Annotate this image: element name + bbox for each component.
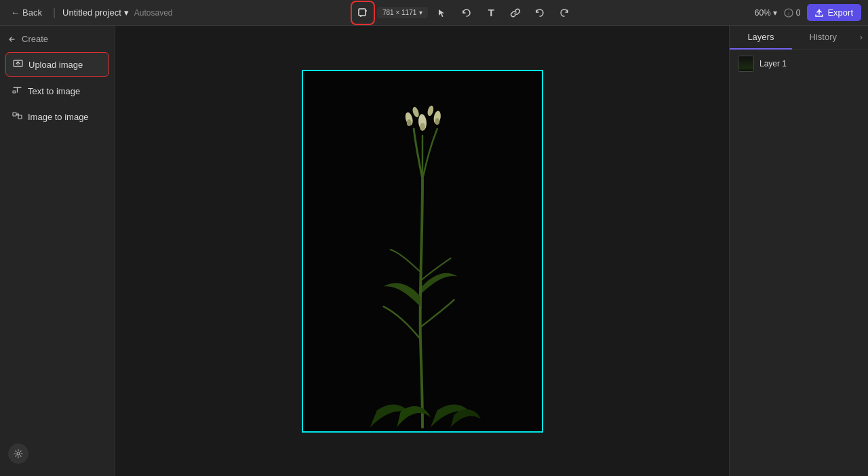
settings-icon xyxy=(14,449,23,458)
svg-point-15 xyxy=(406,119,411,126)
layer-thumb-inner xyxy=(738,56,753,71)
project-name-button[interactable]: Untitled project ▾ xyxy=(62,7,129,18)
zoom-control[interactable]: 60% ▾ xyxy=(755,8,777,18)
sidebar-item-text-to-image[interactable]: Text to image xyxy=(5,79,109,102)
upload-image-label: Upload image xyxy=(28,60,83,70)
redo-button[interactable] xyxy=(554,3,574,23)
layers-tab-label: Layers xyxy=(747,32,774,42)
topbar-separator: | xyxy=(53,7,56,19)
credits-icon: i xyxy=(784,8,793,18)
layer-name: Layer 1 xyxy=(760,59,787,68)
canvas-image xyxy=(303,71,542,431)
dimension-dropdown-icon: ▾ xyxy=(419,9,422,16)
main-layout: Create Upload image Text to image xyxy=(0,26,868,476)
sidebar-item-upload-image[interactable]: Upload image xyxy=(5,52,109,77)
credits-count: 0 xyxy=(796,8,801,18)
sidebar-bottom xyxy=(5,438,109,469)
rotate-tool-button[interactable] xyxy=(456,3,477,23)
tabs-more-button[interactable]: › xyxy=(854,26,868,49)
layer-thumbnail xyxy=(738,56,754,72)
create-section-label: Create xyxy=(5,33,109,45)
select-tool-button[interactable] xyxy=(432,3,452,23)
undo-button[interactable] xyxy=(530,3,550,23)
svg-rect-9 xyxy=(18,115,22,119)
topbar: ← Back | Untitled project ▾ Autosaved 78… xyxy=(0,0,868,26)
text-tool-button[interactable]: T xyxy=(481,3,501,23)
text-to-image-label: Text to image xyxy=(28,86,80,96)
svg-point-13 xyxy=(420,123,425,131)
dimension-badge[interactable]: 781 × 1171 ▾ xyxy=(377,7,428,18)
svg-rect-7 xyxy=(13,91,16,93)
text-to-image-icon xyxy=(12,85,22,97)
export-label: Export xyxy=(827,7,853,18)
settings-button[interactable] xyxy=(8,443,28,464)
history-tab-label: History xyxy=(810,32,837,42)
svg-point-10 xyxy=(17,452,20,455)
tab-history[interactable]: History xyxy=(792,26,854,49)
project-name-label: Untitled project xyxy=(62,7,121,18)
svg-text:i: i xyxy=(788,11,789,16)
crop-tool-button[interactable] xyxy=(353,3,373,23)
create-arrow-icon xyxy=(8,35,18,44)
tab-layers[interactable]: Layers xyxy=(730,26,792,49)
back-label: Back xyxy=(22,7,42,18)
zoom-dropdown-icon: ▾ xyxy=(773,8,777,18)
canvas-frame xyxy=(302,70,543,433)
link-tool-button[interactable] xyxy=(505,3,526,23)
credits-badge: i 0 xyxy=(784,8,801,18)
right-panel-tabs: Layers History › xyxy=(730,26,868,50)
right-panel: Layers History › Layer 1 xyxy=(729,26,868,476)
create-label: Create xyxy=(22,34,48,44)
back-arrow-icon: ← xyxy=(11,7,20,18)
back-button[interactable]: ← Back xyxy=(7,5,46,20)
canvas-area[interactable] xyxy=(115,26,729,476)
export-icon xyxy=(815,9,823,17)
svg-rect-0 xyxy=(359,9,366,16)
zoom-label: 60% xyxy=(755,8,771,18)
left-sidebar: Create Upload image Text to image xyxy=(0,26,115,476)
svg-rect-8 xyxy=(13,113,16,116)
image-to-image-icon xyxy=(12,111,22,123)
image-to-image-label: Image to image xyxy=(28,112,89,122)
topbar-right: 60% ▾ i 0 Export xyxy=(755,4,861,21)
toolbar-center: 781 × 1171 ▾ T xyxy=(178,3,749,23)
autosaved-label: Autosaved xyxy=(134,8,173,18)
dimension-label: 781 × 1171 xyxy=(382,9,416,16)
svg-point-17 xyxy=(435,118,439,125)
export-button[interactable]: Export xyxy=(807,4,861,21)
layer-item[interactable]: Layer 1 xyxy=(730,50,868,77)
sidebar-item-image-to-image[interactable]: Image to image xyxy=(5,105,109,128)
upload-image-icon xyxy=(13,58,23,71)
project-dropdown-icon: ▾ xyxy=(124,7,129,18)
text-icon: T xyxy=(488,7,494,18)
tabs-more-icon: › xyxy=(860,32,863,42)
